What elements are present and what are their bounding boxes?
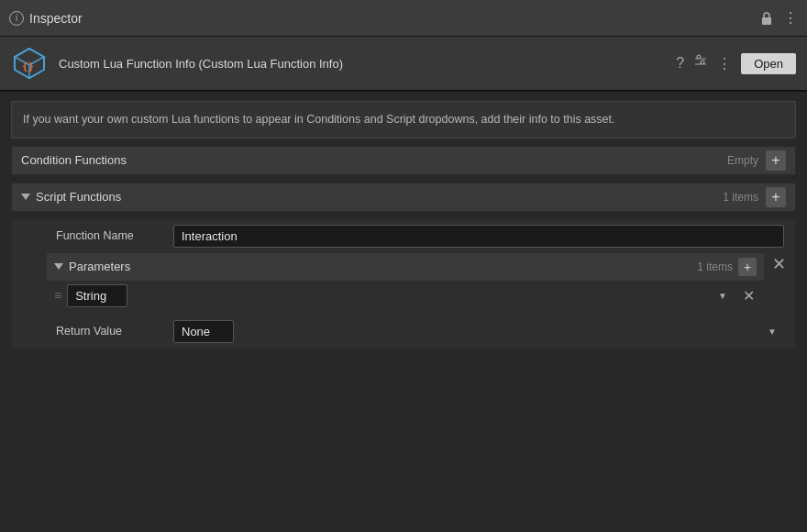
parameters-add-button[interactable]: +	[738, 258, 757, 276]
header-bar: i Inspector ⋮	[0, 0, 807, 37]
function-name-row: Function Name	[12, 219, 795, 251]
function-name-label: Function Name	[56, 229, 166, 242]
parameters-outer-row: Parameters 1 items + ≡ String Number Boo…	[12, 251, 795, 315]
svg-rect-0	[762, 17, 771, 25]
asset-row: {} Custom Lua Function Info (Custom Lua …	[0, 37, 807, 92]
parameters-triangle	[54, 263, 63, 270]
return-value-wrapper: None String Number Boolean	[173, 320, 784, 343]
parameter-type-select[interactable]: String Number Boolean Object	[67, 284, 127, 307]
inspector-panel: i Inspector ⋮ {} Custom Lua Function Inf…	[0, 0, 807, 532]
svg-text:{}: {}	[22, 61, 34, 72]
script-functions-section: Script Functions 1 items +	[11, 183, 796, 212]
script-entry-remove-button[interactable]: ✕	[769, 255, 788, 273]
parameter-drag-handle[interactable]: ≡	[54, 288, 61, 303]
return-value-select[interactable]: None String Number Boolean	[173, 320, 234, 343]
settings-icon[interactable]	[693, 54, 708, 72]
condition-functions-add-button[interactable]: +	[766, 150, 786, 171]
asset-more-icon[interactable]: ⋮	[717, 55, 732, 72]
return-value-label: Return Value	[56, 325, 166, 338]
more-options-icon[interactable]: ⋮	[783, 9, 798, 27]
parameter-remove-button[interactable]: ✕	[740, 287, 757, 304]
script-functions-status: 1 items	[723, 191, 758, 204]
asset-icon: {}	[11, 45, 48, 82]
parameter-type-wrapper: String Number Boolean Object	[67, 284, 735, 307]
condition-functions-status: Empty	[727, 154, 758, 167]
script-functions-triangle	[21, 194, 30, 200]
script-functions-label: Script Functions	[36, 190, 723, 204]
function-name-input[interactable]	[173, 225, 784, 248]
info-box: If you want your own custom Lua function…	[11, 101, 796, 139]
info-icon: i	[9, 11, 24, 26]
script-functions-add-button[interactable]: +	[766, 187, 786, 207]
inspector-title: Inspector	[29, 11, 759, 26]
parameters-content: Parameters 1 items + ≡ String Number Boo…	[47, 253, 764, 311]
help-icon[interactable]: ?	[676, 55, 684, 72]
condition-functions-label: Condition Functions	[21, 153, 727, 167]
return-value-row: Return Value None String Number Boolean	[12, 315, 795, 349]
main-content: If you want your own custom Lua function…	[0, 92, 807, 532]
parameters-label: Parameters	[69, 260, 697, 273]
parameters-status: 1 items	[697, 260, 733, 273]
info-text: If you want your own custom Lua function…	[23, 113, 615, 126]
asset-actions: ? ⋮ Open	[676, 53, 796, 74]
asset-name: Custom Lua Function Info (Custom Lua Fun…	[59, 57, 665, 71]
lock-icon[interactable]	[759, 11, 774, 26]
condition-functions-section: Condition Functions Empty +	[11, 146, 796, 175]
parameters-section-header: Parameters 1 items +	[47, 253, 764, 281]
parameter-item: ≡ String Number Boolean Object ✕	[47, 281, 764, 311]
header-actions: ⋮	[759, 9, 798, 27]
open-button[interactable]: Open	[741, 53, 796, 74]
